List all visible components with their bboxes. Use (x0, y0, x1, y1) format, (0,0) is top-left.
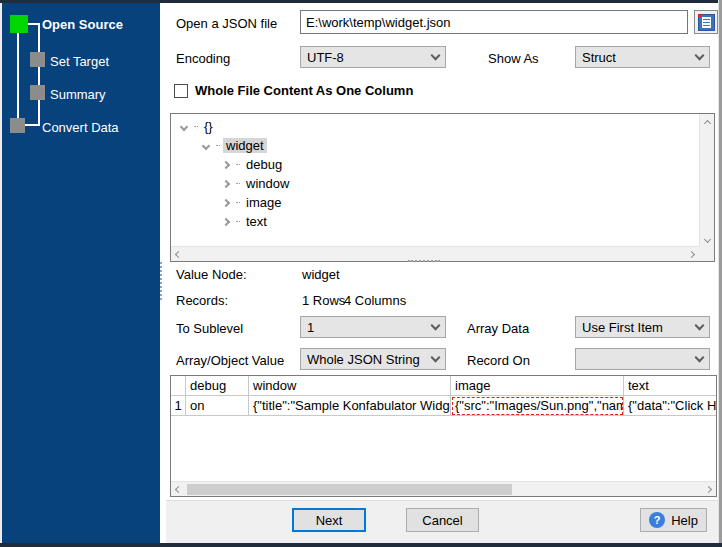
wizard-steps-sidebar: Open Source Set Target Summary Convert D… (2, 3, 160, 543)
chevron-right-icon (222, 198, 230, 206)
help-button[interactable]: ? Help (640, 508, 707, 532)
tree-item-text[interactable]: text (171, 212, 699, 231)
step-connector-line (17, 33, 19, 120)
json-file-path-input[interactable] (300, 10, 688, 34)
grid-header-rownum[interactable] (171, 376, 186, 396)
step-indicator-summary (30, 85, 45, 100)
value-node-label: Value Node: (176, 267, 247, 282)
tree-item-window[interactable]: window (171, 174, 699, 193)
array-object-value-label: Array/Object Value (176, 353, 284, 368)
chevron-down-icon (180, 122, 188, 130)
wizard-window: Open Source Set Target Summary Convert D… (0, 0, 722, 547)
show-as-label: Show As (488, 51, 539, 66)
chevron-down-icon (202, 141, 210, 149)
sidebar-item-convert-data[interactable]: Convert Data (42, 120, 119, 135)
step-connector-line (27, 23, 40, 25)
scrollbar-thumb[interactable] (187, 484, 512, 495)
scroll-left-icon[interactable] (175, 250, 182, 257)
file-document-icon (698, 14, 715, 31)
to-sublevel-label: To Sublevel (176, 321, 243, 336)
chevron-right-icon (222, 217, 230, 225)
whole-file-checkbox-label: Whole File Content As One Column (195, 83, 413, 98)
tree-item-widget[interactable]: widget (171, 136, 699, 155)
tree-item-debug[interactable]: debug (171, 155, 699, 174)
array-data-label: Array Data (467, 321, 529, 336)
json-structure-tree: {} widget debug window image (170, 113, 715, 262)
value-node-value: widget (302, 267, 340, 282)
step-connector-line (38, 23, 40, 126)
array-data-select[interactable]: Use First Item (575, 316, 710, 338)
scroll-up-icon[interactable] (703, 120, 710, 127)
scroll-left-icon[interactable] (175, 485, 182, 492)
array-object-value-select[interactable]: Whole JSON String (300, 348, 446, 370)
tree-item-image[interactable]: image (171, 193, 699, 212)
data-preview-grid: debug window image text 1 on {"title":"S… (170, 375, 717, 497)
panel-splitter-grip[interactable] (160, 262, 162, 300)
browse-file-button[interactable] (694, 10, 718, 34)
grid-horizontal-scrollbar[interactable] (171, 481, 716, 496)
sidebar-item-summary[interactable]: Summary (50, 87, 106, 102)
step-connector-line (25, 124, 40, 126)
next-button[interactable]: Next (292, 508, 366, 532)
horizontal-splitter-grip[interactable] (408, 260, 440, 262)
tree-vertical-scrollbar[interactable] (699, 114, 714, 246)
scroll-right-icon[interactable] (705, 485, 712, 492)
chevron-down-icon (695, 320, 705, 330)
whole-file-checkbox-row[interactable]: Whole File Content As One Column (174, 83, 413, 98)
scroll-down-icon[interactable] (703, 236, 710, 243)
question-mark-icon: ? (649, 512, 665, 528)
scroll-right-icon[interactable] (688, 250, 695, 257)
record-on-select[interactable] (575, 348, 710, 370)
step-indicator-set-target (30, 52, 45, 67)
whole-file-checkbox[interactable] (174, 84, 188, 98)
grid-cell-rownum[interactable]: 1 (171, 396, 186, 416)
grid-header-window[interactable]: window (249, 376, 451, 396)
tree-item-root[interactable]: {} (171, 117, 699, 136)
sidebar-item-open-source[interactable]: Open Source (42, 17, 123, 32)
grid-data-row: 1 on {"title":"Sample Konfabulator Widge… (171, 396, 716, 416)
grid-header-row: debug window image text (171, 376, 716, 396)
step-indicator-convert-data (10, 118, 25, 133)
step-indicator-open-source (10, 15, 28, 33)
tree-rows: {} widget debug window image (171, 114, 699, 246)
window-bottom-edge (0, 543, 722, 547)
chevron-down-icon (695, 50, 705, 60)
tree-horizontal-scrollbar[interactable] (171, 246, 699, 261)
sidebar-item-set-target[interactable]: Set Target (50, 54, 109, 69)
grid-header-debug[interactable]: debug (186, 376, 249, 396)
chevron-down-icon (431, 50, 441, 60)
records-columns-value: 4 Columns (344, 293, 406, 308)
show-as-value: Struct (582, 50, 696, 65)
record-on-label: Record On (467, 353, 530, 368)
records-rows-value: 1 Rows (302, 293, 345, 308)
cancel-button[interactable]: Cancel (406, 508, 479, 532)
encoding-select[interactable]: UTF-8 (300, 46, 446, 68)
chevron-right-icon (222, 160, 230, 168)
grid-header-image[interactable]: image (451, 376, 624, 396)
chevron-down-icon (431, 320, 441, 330)
button-bar: Next Cancel ? Help (166, 500, 718, 543)
encoding-value: UTF-8 (307, 50, 432, 65)
grid-header-text[interactable]: text (624, 376, 716, 396)
open-file-label: Open a JSON file (176, 16, 277, 31)
show-as-select[interactable]: Struct (575, 46, 710, 68)
to-sublevel-select[interactable]: 1 (300, 316, 446, 338)
grid-cell-debug[interactable]: on (186, 396, 249, 416)
chevron-down-icon (695, 352, 705, 362)
chevron-right-icon (222, 179, 230, 187)
main-panel: Open a JSON file Encoding UTF-8 Show As … (166, 3, 718, 543)
chevron-down-icon (431, 352, 441, 362)
grid-cell-text[interactable]: {"data":"Click Here" (624, 396, 716, 416)
grid-cell-window[interactable]: {"title":"Sample Konfabulator Widget" (249, 396, 451, 416)
window-right-edge (718, 0, 722, 547)
scrollbar-corner (699, 246, 714, 261)
records-label: Records: (176, 293, 228, 308)
encoding-label: Encoding (176, 51, 230, 66)
grid-cell-image[interactable]: {"src":"Images/Sun.png","name":" (451, 396, 624, 416)
